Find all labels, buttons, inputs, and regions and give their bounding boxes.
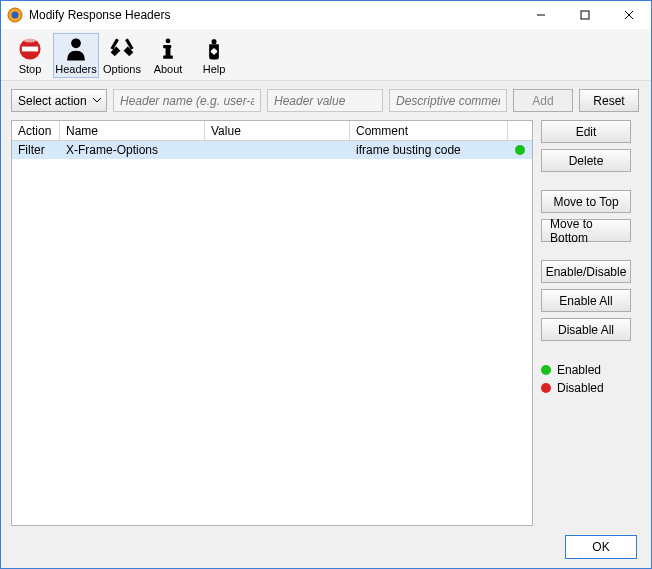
header-comment-input[interactable] bbox=[389, 89, 507, 112]
toolbar-label: Headers bbox=[55, 63, 97, 75]
footer: OK bbox=[1, 526, 651, 568]
svg-rect-15 bbox=[212, 39, 217, 44]
enabled-dot-icon bbox=[541, 365, 551, 375]
toolbar-options[interactable]: Options bbox=[99, 33, 145, 78]
column-value[interactable]: Value bbox=[205, 121, 350, 140]
toolbar-label: Help bbox=[203, 63, 226, 75]
column-action[interactable]: Action bbox=[12, 121, 60, 140]
maximize-button[interactable] bbox=[563, 1, 607, 29]
cell-action: Filter bbox=[12, 143, 60, 157]
toolbar-stop[interactable]: Stop bbox=[7, 33, 53, 78]
toolbar-label: About bbox=[154, 63, 183, 75]
app-icon bbox=[7, 7, 23, 23]
table-row[interactable]: FilterX-Frame-Optionsiframe busting code bbox=[12, 141, 532, 159]
disabled-dot-icon bbox=[541, 383, 551, 393]
legend-disabled: Disabled bbox=[541, 381, 641, 395]
main-toolbar: Stop Headers Options bbox=[1, 29, 651, 81]
help-icon bbox=[200, 36, 228, 62]
stop-icon bbox=[16, 36, 44, 62]
about-icon bbox=[154, 36, 182, 62]
window-buttons bbox=[519, 1, 651, 29]
close-button[interactable] bbox=[607, 1, 651, 29]
side-panel: Edit Delete Move to Top Move to Bottom E… bbox=[541, 120, 641, 526]
chevron-down-icon bbox=[92, 94, 102, 108]
toolbar-headers[interactable]: Headers bbox=[53, 33, 99, 78]
add-button[interactable]: Add bbox=[513, 89, 573, 112]
table-header: Action Name Value Comment bbox=[12, 121, 532, 141]
delete-button[interactable]: Delete bbox=[541, 149, 631, 172]
enable-disable-button[interactable]: Enable/Disable bbox=[541, 260, 631, 283]
cell-name: X-Frame-Options bbox=[60, 143, 205, 157]
svg-rect-3 bbox=[581, 11, 589, 19]
rules-table: Action Name Value Comment FilterX-Frame-… bbox=[11, 120, 533, 526]
svg-point-1 bbox=[12, 12, 19, 19]
status-dot-icon bbox=[515, 145, 525, 155]
svg-point-8 bbox=[71, 38, 81, 48]
toolbar-help[interactable]: Help bbox=[191, 33, 237, 78]
legend-disabled-label: Disabled bbox=[557, 381, 604, 395]
legend-enabled: Enabled bbox=[541, 363, 641, 377]
action-select-label: Select action bbox=[18, 94, 87, 108]
cell-status bbox=[508, 145, 532, 155]
svg-rect-14 bbox=[163, 56, 173, 59]
toolbar-label: Stop bbox=[19, 63, 42, 75]
app-window: Modify Response Headers Stop bbox=[0, 0, 652, 569]
column-comment[interactable]: Comment bbox=[350, 121, 508, 140]
svg-rect-7 bbox=[22, 47, 38, 52]
action-select[interactable]: Select action bbox=[11, 89, 107, 112]
ok-button[interactable]: OK bbox=[565, 535, 637, 559]
options-icon bbox=[108, 36, 136, 62]
titlebar: Modify Response Headers bbox=[1, 1, 651, 29]
cell-comment: iframe busting code bbox=[350, 143, 508, 157]
controls-row: Select action Add Reset bbox=[1, 81, 651, 120]
minimize-button[interactable] bbox=[519, 1, 563, 29]
window-title: Modify Response Headers bbox=[29, 8, 519, 22]
disable-all-button[interactable]: Disable All bbox=[541, 318, 631, 341]
reset-button[interactable]: Reset bbox=[579, 89, 639, 112]
main-area: Action Name Value Comment FilterX-Frame-… bbox=[1, 120, 651, 526]
table-body: FilterX-Frame-Optionsiframe busting code bbox=[12, 141, 532, 525]
svg-rect-17 bbox=[211, 50, 218, 53]
column-name[interactable]: Name bbox=[60, 121, 205, 140]
header-name-input[interactable] bbox=[113, 89, 261, 112]
svg-rect-13 bbox=[163, 45, 171, 48]
enable-all-button[interactable]: Enable All bbox=[541, 289, 631, 312]
headers-icon bbox=[62, 36, 90, 62]
header-value-input[interactable] bbox=[267, 89, 383, 112]
move-top-button[interactable]: Move to Top bbox=[541, 190, 631, 213]
edit-button[interactable]: Edit bbox=[541, 120, 631, 143]
move-bottom-button[interactable]: Move to Bottom bbox=[541, 219, 631, 242]
toolbar-about[interactable]: About bbox=[145, 33, 191, 78]
toolbar-label: Options bbox=[103, 63, 141, 75]
svg-point-11 bbox=[166, 38, 171, 43]
column-status bbox=[508, 121, 532, 140]
legend-enabled-label: Enabled bbox=[557, 363, 601, 377]
